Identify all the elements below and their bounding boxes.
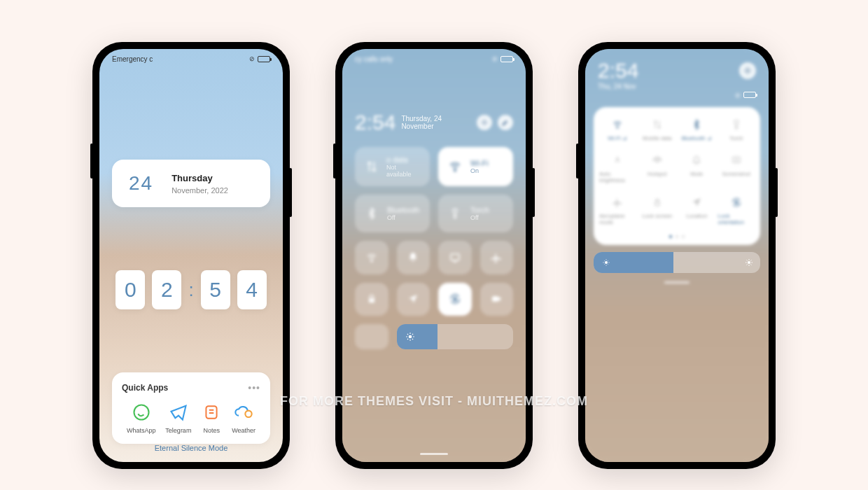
toggle-wifi[interactable]: Wi-Fi ⊿ [599, 118, 636, 141]
toggle-lock[interactable] [355, 283, 388, 316]
clock-digit: 5 [201, 270, 230, 309]
toggle-label: Wi-Fi ⊿ [608, 135, 627, 141]
svg-rect-16 [732, 157, 740, 162]
toggle-label: Hotspot [648, 171, 667, 177]
phone-mockup-control-center: cy calls only ⊘ 2:54 Thursday, 24 Novemb… [335, 42, 533, 469]
drag-handle[interactable] [664, 281, 690, 284]
svg-point-12 [746, 69, 749, 72]
clock-separator: : [188, 279, 193, 301]
whatsapp-icon [131, 402, 152, 423]
brightness-slider[interactable] [397, 324, 513, 349]
toggle-data[interactable]: Mobile data [639, 118, 676, 141]
svg-point-11 [409, 335, 412, 339]
clock-digit: 2 [152, 270, 181, 309]
toggle-bell[interactable]: Mute [678, 154, 715, 183]
svg-point-0 [134, 405, 148, 420]
tile-wifi[interactable]: Wi-Fi On [438, 147, 513, 186]
location-icon [691, 196, 702, 209]
settings-button[interactable] [739, 62, 756, 79]
toggle-lock[interactable]: Lock screen [639, 196, 676, 225]
toggle-label: Lock orientation [718, 213, 755, 225]
date-widget[interactable]: 24 Thursday November, 2022 [112, 160, 270, 207]
clock-digit: 0 [115, 270, 145, 309]
edit-button[interactable] [498, 115, 513, 130]
toggle-rotate[interactable]: Lock orientation [718, 196, 755, 225]
cc-clock: 2:54 [355, 111, 396, 134]
toggle-location[interactable] [397, 283, 430, 316]
wifi-icon [612, 118, 623, 131]
bluetooth-icon [691, 118, 702, 131]
settings-button[interactable] [477, 115, 492, 130]
toggle-label: Screenshot [722, 171, 750, 177]
battery-icon [500, 56, 513, 62]
svg-point-4 [484, 122, 486, 124]
quick-apps-card: Quick Apps ••• WhatsApp Telegram [112, 372, 270, 444]
lock-icon [652, 196, 663, 209]
svg-point-5 [454, 170, 456, 172]
brightness-slider[interactable] [594, 252, 760, 273]
bluetooth-icon [363, 207, 380, 220]
date-month-year: November, 2022 [172, 186, 228, 195]
toggle-brightness-a[interactable]: AAuto brightness [599, 154, 636, 183]
app-whatsapp[interactable]: WhatsApp [127, 402, 156, 434]
toggle-torch[interactable]: Torch [718, 118, 755, 141]
svg-point-15 [656, 160, 658, 162]
drag-handle[interactable] [420, 453, 448, 455]
toggle-label: Mobile data [643, 135, 671, 141]
toggle-airplane[interactable]: Aeroplane mode [599, 196, 636, 225]
wifi-icon [447, 160, 463, 174]
toggle-cast[interactable] [438, 241, 472, 274]
status-icons: ⊘ [492, 55, 513, 62]
mute-icon: ⊘ [735, 92, 741, 99]
more-button[interactable]: ••• [248, 382, 260, 393]
telegram-icon [168, 402, 189, 423]
phone-mockup-notification-shade: 2:54 Thu, 24 Nov ⊘ Wi-Fi ⊿Mobile dataBlu… [578, 42, 776, 469]
bell-icon [691, 154, 702, 167]
data-icon [363, 160, 379, 174]
svg-rect-10 [492, 297, 498, 302]
battery-icon [743, 92, 756, 98]
auto-brightness-toggle[interactable] [355, 324, 388, 349]
toggle-label: Lock screen [642, 213, 672, 219]
svg-rect-9 [454, 298, 456, 301]
svg-rect-19 [735, 202, 737, 204]
toggle-label: Mute [690, 171, 703, 177]
brightness-high-icon [745, 258, 753, 267]
date-day: 24 [129, 172, 153, 195]
ns-date: Thu, 24 Nov [598, 83, 756, 90]
brightness-a-icon: A [612, 154, 623, 167]
toggle-bluetooth[interactable]: Bluetooth ⊿ [678, 118, 715, 141]
torch-icon [731, 118, 742, 131]
theme-name-label: Eternal Silence Mode [99, 444, 283, 452]
app-weather[interactable]: Weather [232, 402, 255, 434]
svg-point-17 [735, 159, 737, 161]
toggle-location[interactable]: Location [678, 196, 715, 225]
toggle-label: Location [686, 213, 707, 219]
ns-clock: 2:54 [598, 59, 638, 83]
torch-icon [447, 208, 463, 219]
toggle-hotspot[interactable]: Hotspot [639, 154, 676, 183]
toggle-screen-record[interactable] [480, 283, 514, 316]
brightness-low-icon [602, 258, 610, 267]
status-bar: Emergency c ⊘ [99, 49, 283, 69]
toggle-wifi[interactable] [355, 241, 388, 274]
tile-torch[interactable]: Torch Off [438, 195, 513, 232]
hotspot-icon [652, 154, 663, 167]
cc-date: Thursday, 24 November [401, 115, 471, 130]
toggle-screenshot[interactable]: Screenshot [718, 154, 755, 183]
tile-bluetooth[interactable]: Bluetooth Off [355, 195, 430, 232]
rotate-icon [731, 196, 742, 209]
screenshot-icon [731, 154, 742, 167]
toggle-rotation-lock[interactable] [438, 283, 472, 316]
toggle-mute[interactable] [397, 241, 430, 274]
app-notes[interactable]: Notes [201, 402, 222, 434]
mute-icon: ⊘ [492, 55, 498, 62]
svg-text:A: A [615, 156, 620, 164]
clock-widget[interactable]: 0 2 : 5 4 [99, 270, 283, 309]
app-telegram[interactable]: Telegram [165, 402, 191, 434]
quick-toggles-panel: Wi-Fi ⊿Mobile dataBluetooth ⊿TorchAAuto … [594, 107, 760, 245]
toggle-label: Aeroplane mode [599, 213, 636, 225]
notes-icon [201, 402, 222, 423]
tile-mobile-data[interactable]: o data Not available [355, 147, 430, 186]
toggle-airplane[interactable] [480, 241, 514, 274]
